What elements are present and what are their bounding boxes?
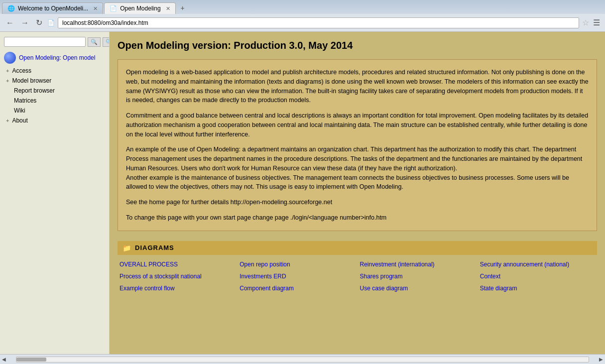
diagram-overall-process[interactable]: OVERALL PROCESS <box>120 260 235 269</box>
diagram-grid: OVERALL PROCESS Open repo position Reinv… <box>118 260 597 293</box>
diagram-open-repo[interactable]: Open repo position <box>240 260 355 269</box>
tab-2[interactable]: 📄 Open Modeling ✕ <box>104 2 175 14</box>
address-bar: ← → ↻ 📄 ☆ ☰ <box>0 14 605 32</box>
scrollbar-area: ◀ ▶ <box>0 354 605 364</box>
search-box: 🔍 🔍 <box>0 34 109 50</box>
tab-1[interactable]: 🌐 Welcome to OpenModeli... ✕ <box>2 2 103 14</box>
logo-text[interactable]: Open Modeling: Open model <box>19 54 95 61</box>
diagram-shares[interactable]: Shares program <box>360 272 475 281</box>
bookmark-button[interactable]: ☆ <box>582 18 589 27</box>
sidebar-item-access-label: Access <box>12 67 31 74</box>
forward-button[interactable]: → <box>19 17 31 28</box>
reload-button[interactable]: ↻ <box>34 17 44 28</box>
sidebar-item-wiki-label: Wiki <box>14 107 25 114</box>
tab1-close[interactable]: ✕ <box>93 5 98 12</box>
tab-bar: 🌐 Welcome to OpenModeli... ✕ 📄 Open Mode… <box>0 0 605 14</box>
sidebar-item-access[interactable]: + Access <box>0 66 109 76</box>
diagram-stocksplit[interactable]: Process of a stocksplit national <box>120 272 235 281</box>
new-tab-button[interactable]: + <box>177 2 189 14</box>
search-input[interactable] <box>4 37 86 47</box>
browser-window: 🌐 Welcome to OpenModeli... ✕ 📄 Open Mode… <box>0 0 605 364</box>
description-box: Open modeling is a web-based application… <box>118 59 597 231</box>
diagrams-header: 📁 DIAGRAMS <box>118 241 597 255</box>
expand-icon-model-browser: + <box>6 78 9 84</box>
tab2-favicon: 📄 <box>110 5 117 12</box>
desc-p2: Commitment and a good balance between ce… <box>126 111 589 139</box>
desc-p5: To change this page with your own start … <box>126 213 589 223</box>
diagram-usecase[interactable]: Use case diagram <box>360 284 475 293</box>
expand-icon-about: + <box>6 118 9 123</box>
expand-icon-access: + <box>6 68 9 74</box>
address-input[interactable] <box>58 17 579 28</box>
sidebar-item-about[interactable]: + About <box>0 116 109 125</box>
diagram-control-flow[interactable]: Example control flow <box>120 284 235 293</box>
diagram-component[interactable]: Component diagram <box>240 284 355 293</box>
folder-icon: 📁 <box>122 244 131 252</box>
back-button[interactable]: ← <box>4 17 16 28</box>
tab1-label: Welcome to OpenModeli... <box>18 5 88 12</box>
scroll-right-button[interactable]: ▶ <box>599 357 603 362</box>
diagrams-title: DIAGRAMS <box>135 244 174 251</box>
search-options-button[interactable]: 🔍 <box>103 37 110 47</box>
sidebar-item-matrices[interactable]: Matrices <box>0 96 109 106</box>
sidebar: 🔍 🔍 Open Modeling: Open model + Access +… <box>0 32 110 354</box>
browser-body: 🔍 🔍 Open Modeling: Open model + Access +… <box>0 32 605 354</box>
scroll-left-button[interactable]: ◀ <box>2 357 6 362</box>
scrollbar-thumb[interactable] <box>16 358 46 362</box>
sidebar-item-model-browser[interactable]: + Model browser <box>0 76 109 86</box>
diagram-security[interactable]: Security announcement (national) <box>480 260 595 269</box>
diagram-investments[interactable]: Investments ERD <box>240 272 355 281</box>
search-button[interactable]: 🔍 <box>88 37 101 47</box>
diagram-reinvestment[interactable]: Reinvestment (international) <box>360 260 475 269</box>
sidebar-item-report-browser[interactable]: Report browser <box>0 86 109 96</box>
diagrams-section: 📁 DIAGRAMS OVERALL PROCESS Open repo pos… <box>118 241 597 293</box>
horizontal-scrollbar[interactable] <box>16 357 589 363</box>
main-content: Open Modeling version: Production 3.0, M… <box>110 32 605 354</box>
desc-p4: See the home page for further details ht… <box>126 198 589 207</box>
tab2-label: Open Modeling <box>120 5 160 12</box>
tab2-close[interactable]: ✕ <box>166 5 170 12</box>
logo-icon <box>4 52 16 64</box>
sidebar-item-model-browser-label: Model browser <box>12 77 51 84</box>
page-icon: 📄 <box>47 19 55 26</box>
sidebar-item-wiki[interactable]: Wiki <box>0 106 109 116</box>
diagram-context[interactable]: Context <box>480 272 595 281</box>
sidebar-item-matrices-label: Matrices <box>14 97 36 104</box>
sidebar-item-report-browser-label: Report browser <box>14 87 55 94</box>
page-title: Open Modeling version: Production 3.0, M… <box>118 40 597 51</box>
tab1-favicon: 🌐 <box>7 5 15 12</box>
diagram-state[interactable]: State diagram <box>480 284 595 293</box>
desc-p3: An example of the use of Open Modeling: … <box>126 145 589 192</box>
sidebar-item-about-label: About <box>12 117 27 124</box>
menu-button[interactable]: ☰ <box>592 17 601 28</box>
logo-row: Open Modeling: Open model <box>0 50 109 66</box>
desc-p1: Open modeling is a web-based application… <box>126 68 589 105</box>
